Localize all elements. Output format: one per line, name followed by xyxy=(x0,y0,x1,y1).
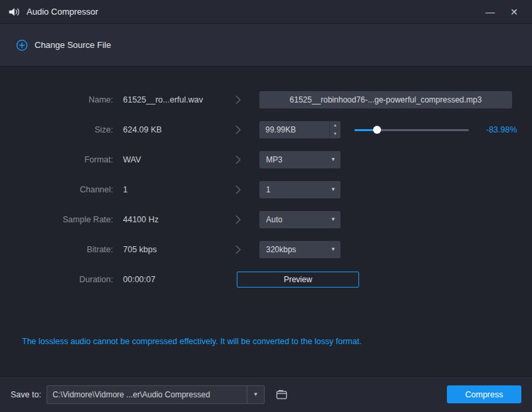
browse-folder-button[interactable] xyxy=(275,389,289,401)
source-duration-value: 00:00:07 xyxy=(123,275,226,284)
source-file-bar: Change Source File xyxy=(0,24,532,67)
titlebar: Audio Compressor — ✕ xyxy=(0,0,532,24)
row-format: Format: WAV MP3 ▼ xyxy=(0,144,532,174)
chevron-down-icon: ▼ xyxy=(326,246,340,252)
chevron-right-icon xyxy=(226,245,250,254)
size-reduction-badge: -83.98% xyxy=(486,125,517,134)
channel-label: Channel: xyxy=(0,185,113,194)
change-source-file-label: Change Source File xyxy=(35,40,111,50)
chevron-down-icon: ▼ xyxy=(326,186,340,192)
row-duration: Duration: 00:00:07 Preview xyxy=(0,264,532,294)
row-size: Size: 624.09 KB ▲ ▼ -83.98% xyxy=(0,114,532,144)
name-label: Name: xyxy=(0,95,113,104)
row-bitrate: Bitrate: 705 kbps 320kbps ▼ xyxy=(0,234,532,264)
speaker-icon xyxy=(8,6,21,18)
plus-circle-icon xyxy=(16,39,28,51)
save-path-input[interactable] xyxy=(47,386,247,403)
source-format-value: WAV xyxy=(123,155,226,164)
save-to-label: Save to: xyxy=(11,390,41,399)
duration-label: Duration: xyxy=(0,275,113,284)
source-bitrate-value: 705 kbps xyxy=(123,245,226,254)
sample-rate-label: Sample Rate: xyxy=(0,215,113,224)
footer-bar: Save to: ▼ Compress xyxy=(0,376,532,412)
chevron-right-icon xyxy=(226,215,250,224)
target-size-stepper: ▲ ▼ xyxy=(259,121,340,138)
source-size-value: 624.09 KB xyxy=(123,125,226,134)
row-name: Name: 61525__ro...erful.wav xyxy=(0,85,532,114)
folder-icon xyxy=(275,389,289,401)
bitrate-label: Bitrate: xyxy=(0,245,113,254)
compress-button[interactable]: Compress xyxy=(447,385,521,403)
chevron-down-icon: ▼ xyxy=(326,216,340,222)
size-increase-button[interactable]: ▲ xyxy=(330,121,340,130)
output-name-input[interactable] xyxy=(259,91,512,108)
chevron-down-icon: ▼ xyxy=(326,156,340,162)
chevron-right-icon xyxy=(226,155,250,164)
audio-compressor-window: Audio Compressor — ✕ Change Source File … xyxy=(0,0,532,412)
size-label: Size: xyxy=(0,125,113,134)
source-sample-rate-value: 44100 Hz xyxy=(123,215,226,224)
format-dropdown[interactable]: MP3 ▼ xyxy=(259,151,340,168)
target-size-input[interactable] xyxy=(259,121,329,138)
minimize-button[interactable]: — xyxy=(480,3,500,21)
row-channel: Channel: 1 1 ▼ xyxy=(0,174,532,204)
row-sample-rate: Sample Rate: 44100 Hz Auto ▼ xyxy=(0,204,532,234)
save-path-box: ▼ xyxy=(47,385,265,404)
source-name-value: 61525__ro...erful.wav xyxy=(123,95,226,104)
window-title: Audio Compressor xyxy=(27,7,98,17)
sample-rate-selected-value: Auto xyxy=(259,215,326,224)
chevron-right-icon xyxy=(226,95,250,104)
bitrate-dropdown[interactable]: 320kbps ▼ xyxy=(259,241,340,258)
channel-selected-value: 1 xyxy=(259,185,326,194)
source-channel-value: 1 xyxy=(123,185,226,194)
format-label: Format: xyxy=(0,155,113,164)
channel-dropdown[interactable]: 1 ▼ xyxy=(259,181,340,198)
lossless-notice-text: The lossless audio cannot be compressed … xyxy=(22,337,532,346)
chevron-right-icon xyxy=(226,185,250,194)
change-source-file-button[interactable]: Change Source File xyxy=(16,39,111,51)
size-slider[interactable] xyxy=(354,125,469,134)
path-dropdown-button[interactable]: ▼ xyxy=(247,386,264,403)
bitrate-selected-value: 320kbps xyxy=(259,245,326,254)
close-button[interactable]: ✕ xyxy=(504,3,524,21)
size-slider-thumb[interactable] xyxy=(373,126,381,134)
chevron-right-icon xyxy=(226,125,250,134)
main-content: Name: 61525__ro...erful.wav Size: 624.09… xyxy=(0,67,532,346)
format-selected-value: MP3 xyxy=(259,155,326,164)
size-decrease-button[interactable]: ▼ xyxy=(330,130,340,138)
preview-button[interactable]: Preview xyxy=(237,272,359,288)
sample-rate-dropdown[interactable]: Auto ▼ xyxy=(259,211,340,228)
